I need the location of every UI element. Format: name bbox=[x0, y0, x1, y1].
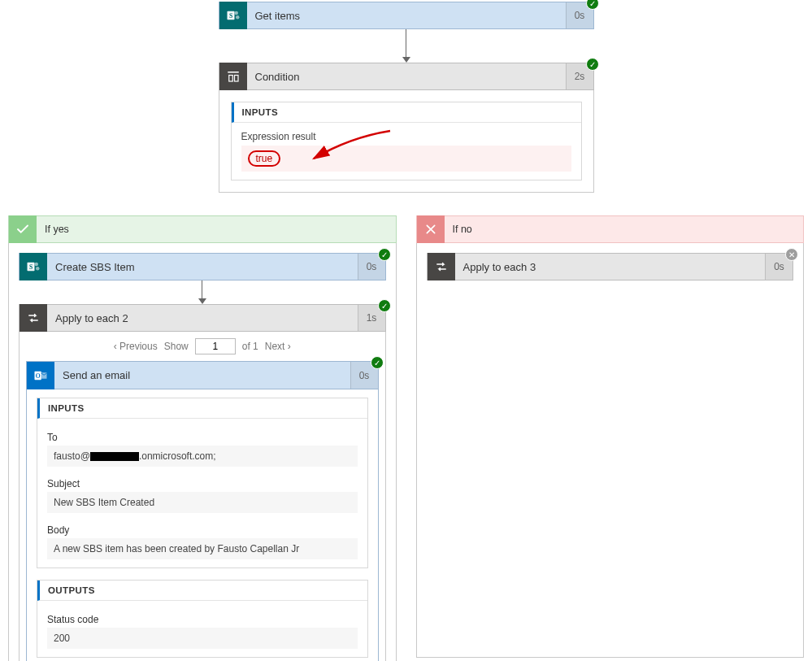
action-get-items[interactable]: S Get items 0s ✓ bbox=[219, 2, 594, 29]
svg-text:O: O bbox=[36, 372, 41, 380]
checkmark-icon bbox=[9, 215, 37, 243]
action-title: Send an email bbox=[54, 369, 350, 381]
pagination-bar: ‹ Previous Show of 1 Next › bbox=[26, 332, 379, 361]
email-subject-label: Subject bbox=[47, 478, 358, 489]
outlook-icon: O bbox=[27, 362, 54, 389]
action-condition[interactable]: Condition 2s ✓ bbox=[219, 63, 594, 90]
success-badge-icon: ✓ bbox=[586, 58, 599, 71]
pager-page-input[interactable] bbox=[195, 338, 236, 354]
close-icon bbox=[417, 215, 445, 243]
inputs-section-header: INPUTS bbox=[37, 398, 367, 419]
flow-connector-arrow bbox=[219, 29, 594, 63]
action-title: Apply to each 3 bbox=[455, 261, 766, 273]
sharepoint-icon: S bbox=[20, 253, 47, 280]
inputs-box: INPUTS Expression result true bbox=[231, 102, 582, 180]
email-inputs: INPUTS To fausto@.onmicrosoft.com; Subje… bbox=[37, 398, 368, 568]
pager-show-label: Show bbox=[164, 341, 189, 352]
success-badge-icon: ✓ bbox=[371, 356, 384, 369]
flow-connector-arrow bbox=[19, 280, 386, 304]
inputs-section-header: INPUTS bbox=[232, 102, 581, 123]
svg-rect-6 bbox=[234, 76, 238, 82]
action-apply-to-each-2[interactable]: Apply to each 2 1s ✓ bbox=[19, 304, 386, 332]
email-to-label: To bbox=[47, 432, 358, 443]
branch-if-no-header[interactable]: If no bbox=[416, 215, 805, 243]
email-body-label: Body bbox=[47, 524, 358, 536]
svg-text:S: S bbox=[228, 12, 232, 20]
status-code-value: 200 bbox=[47, 628, 358, 649]
pager-next[interactable]: Next › bbox=[265, 341, 291, 352]
svg-rect-4 bbox=[228, 72, 239, 73]
action-title: Create SBS Item bbox=[47, 261, 358, 273]
svg-text:S: S bbox=[29, 263, 33, 271]
condition-icon bbox=[219, 63, 247, 90]
action-title: Condition bbox=[247, 71, 566, 83]
svg-point-3 bbox=[236, 15, 240, 20]
cancelled-badge-icon: ✕ bbox=[785, 248, 798, 261]
chevron-right-icon: › bbox=[288, 341, 291, 352]
loop-icon bbox=[428, 253, 455, 280]
pager-of-label: of 1 bbox=[242, 341, 258, 352]
branch-title: If yes bbox=[45, 224, 69, 235]
svg-point-2 bbox=[234, 11, 238, 15]
expression-result-label: Expression result bbox=[241, 131, 571, 142]
branch-title: If no bbox=[453, 224, 472, 235]
status-code-label: Status code bbox=[47, 614, 358, 625]
action-send-an-email[interactable]: O Send an email 0s ✓ INPUTS bbox=[26, 361, 379, 661]
sharepoint-icon: S bbox=[219, 2, 247, 29]
action-title: Apply to each 2 bbox=[47, 312, 358, 324]
expression-result-value: true bbox=[241, 146, 571, 172]
action-create-sbs-item[interactable]: S Create SBS Item 0s ✓ bbox=[19, 253, 386, 280]
loop-icon bbox=[20, 304, 47, 332]
outputs-section-header: OUTPUTS bbox=[37, 581, 367, 601]
action-title: Get items bbox=[247, 10, 566, 22]
condition-result-panel: INPUTS Expression result true bbox=[219, 90, 594, 193]
redacted-domain bbox=[90, 452, 139, 461]
chevron-left-icon: ‹ bbox=[114, 341, 117, 352]
email-body-value: A new SBS item has been created by Faust… bbox=[47, 538, 358, 559]
svg-point-9 bbox=[35, 263, 39, 267]
action-apply-to-each-3[interactable]: Apply to each 3 0s ✕ bbox=[427, 253, 794, 280]
pager-prev[interactable]: ‹ Previous bbox=[114, 341, 158, 352]
svg-rect-5 bbox=[228, 76, 232, 82]
branch-if-yes-header[interactable]: If yes bbox=[8, 215, 397, 243]
email-outputs: OUTPUTS Status code 200 bbox=[37, 580, 368, 658]
email-subject-value: New SBS Item Created bbox=[47, 492, 358, 513]
expression-result-true: true bbox=[248, 150, 281, 167]
email-to-value: fausto@.onmicrosoft.com; bbox=[47, 446, 358, 467]
success-badge-icon: ✓ bbox=[378, 248, 391, 261]
svg-point-10 bbox=[36, 267, 40, 271]
success-badge-icon: ✓ bbox=[378, 299, 391, 312]
